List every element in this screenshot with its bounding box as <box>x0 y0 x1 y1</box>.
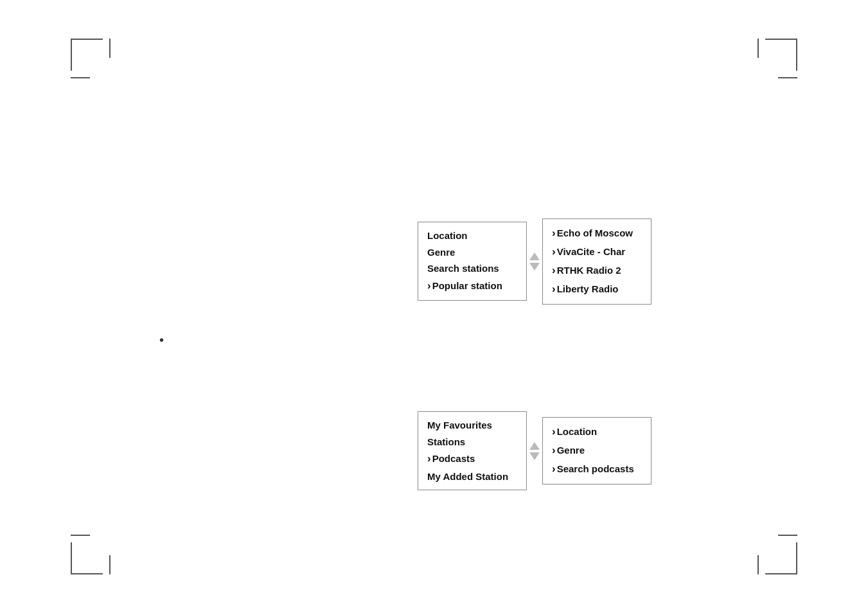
corner-bracket-bottom-left <box>71 542 103 574</box>
stations-item[interactable]: Stations <box>427 434 517 450</box>
scroll-up-arrow[interactable] <box>529 253 540 260</box>
podcasts-scroll-arrows[interactable] <box>527 442 542 460</box>
corner-bracket-bottom-right <box>765 542 797 574</box>
podcasts-list-panel: Location Genre Search podcasts <box>542 417 651 484</box>
podcasts-scroll-up-arrow[interactable] <box>529 442 540 450</box>
search-stations-item[interactable]: Search stations <box>427 260 517 277</box>
rthk-radio-2-item[interactable]: RTHK Radio 2 <box>552 262 642 280</box>
my-favourites-item[interactable]: My Favourites <box>427 417 517 434</box>
corner-bracket-top-right <box>765 39 797 71</box>
podcasts-scroll-down-arrow[interactable] <box>529 452 540 460</box>
genre-item[interactable]: Genre <box>427 244 517 261</box>
corner-bracket-top-left <box>71 39 103 71</box>
scroll-down-arrow[interactable] <box>529 263 540 271</box>
podcasts-item[interactable]: Podcasts <box>427 450 517 468</box>
vivacite-char-item[interactable]: VivaCite - Char <box>552 243 642 262</box>
location-podcast-item[interactable]: Location <box>552 423 642 441</box>
location-item[interactable]: Location <box>427 227 517 244</box>
echo-of-moscow-item[interactable]: Echo of Moscow <box>552 224 642 243</box>
genre-podcast-item[interactable]: Genre <box>552 441 642 460</box>
podcasts-menu-group: My Favourites Stations Podcasts My Added… <box>418 411 651 490</box>
search-podcasts-item[interactable]: Search podcasts <box>552 460 642 479</box>
stations-scroll-arrows[interactable] <box>527 253 542 271</box>
stations-list-panel: Echo of Moscow VivaCite - Char RTHK Radi… <box>542 218 651 305</box>
podcasts-nav-panel: My Favourites Stations Podcasts My Added… <box>418 411 527 490</box>
stations-nav-panel: Location Genre Search stations Popular s… <box>418 222 527 301</box>
liberty-radio-item[interactable]: Liberty Radio <box>552 280 642 299</box>
my-added-station-item[interactable]: My Added Station <box>427 468 517 485</box>
popular-station-item[interactable]: Popular station <box>427 277 517 296</box>
stations-menu-group: Location Genre Search stations Popular s… <box>418 218 651 305</box>
bullet-point: • <box>159 333 164 348</box>
